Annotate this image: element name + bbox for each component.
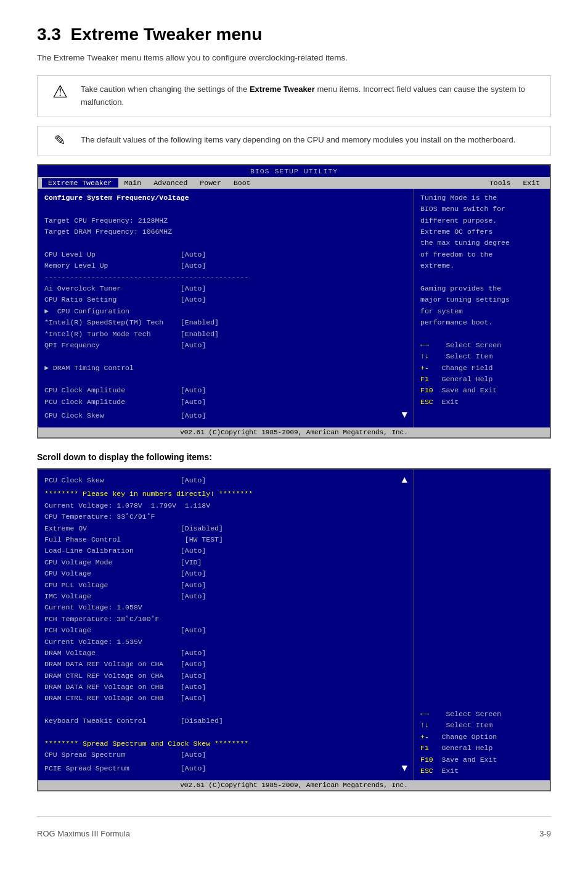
bios-right-panel-1: Tuning Mode is the BIOS menu switch for … [414, 189, 550, 427]
note-notice: ✎ The default values of the following it… [37, 126, 551, 155]
page-title: Extreme Tweaker menu [71, 25, 263, 44]
page-footer: ROG Maximus III Formula 3-9 [37, 816, 551, 838]
bios-left-panel-1: Configure System Frequency/Voltage Targe… [38, 189, 414, 427]
bios-screenshot-1: BIOS SETUP UTILITY Extreme Tweaker Main … [37, 164, 551, 439]
bios-footer-2: v02.61 (C)Copyright 1985-2009, American … [38, 780, 550, 790]
bios-menu-tools[interactable]: Tools [483, 178, 517, 188]
bios-menu-power[interactable]: Power [194, 178, 227, 188]
warning-notice: ⚠ Take caution when changing the setting… [37, 75, 551, 117]
bios-menu-main[interactable]: Main [118, 178, 148, 188]
bios-menu-extreme-tweaker[interactable]: Extreme Tweaker [42, 178, 118, 188]
bios-screenshot-2: PCU Clock Skew [Auto] ▲ ******** Please … [37, 468, 551, 792]
bios-footer-1: v02.61 (C)Copyright 1985-2009, American … [38, 427, 550, 437]
note-icon: ✎ [47, 134, 72, 147]
footer-product-name: ROG Maximus III Formula [37, 829, 130, 838]
note-text: The default values of the following item… [81, 134, 515, 147]
bios-body-1: Configure System Frequency/Voltage Targe… [38, 189, 550, 427]
warning-text: Take caution when changing the settings … [81, 83, 541, 109]
bios-menu-exit[interactable]: Exit [517, 178, 546, 188]
intro-paragraph: The Extreme Tweaker menu items allow you… [37, 52, 551, 64]
bios-right-panel-2: ←→ Select Screen ↑↓ Select Item +- Chang… [414, 469, 550, 781]
bios-line-header: Configure System Frequency/Voltage [44, 192, 407, 204]
section-title: 3.3 Extreme Tweaker menu [37, 25, 551, 44]
scroll-label: Scroll down to display the following ite… [37, 452, 551, 462]
bios-menu-bar: Extreme Tweaker Main Advanced Power Boot… [38, 177, 550, 189]
bios-menu-advanced[interactable]: Advanced [147, 178, 194, 188]
bios-title-bar: BIOS SETUP UTILITY [38, 165, 550, 177]
bios-menu-boot[interactable]: Boot [227, 178, 257, 188]
warning-icon: ⚠ [47, 83, 72, 101]
section-number: 3.3 [37, 25, 61, 44]
bios-body-2: PCU Clock Skew [Auto] ▲ ******** Please … [38, 469, 550, 781]
footer-page-number: 3-9 [539, 829, 551, 838]
bios-left-panel-2: PCU Clock Skew [Auto] ▲ ******** Please … [38, 469, 414, 781]
